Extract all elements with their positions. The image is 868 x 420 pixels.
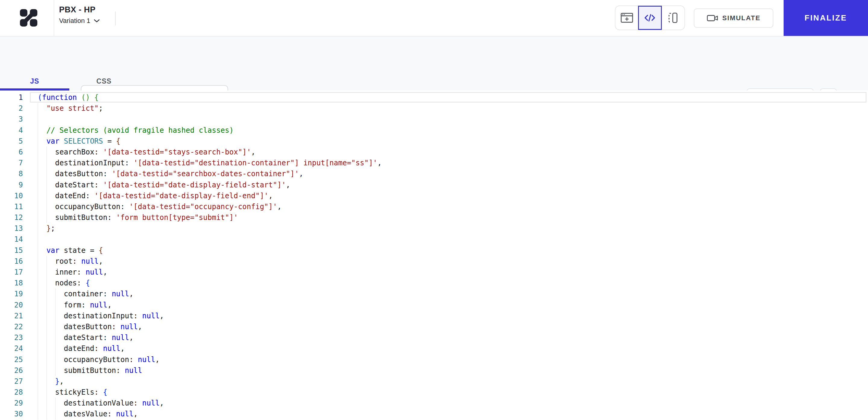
window-preview-button[interactable]	[615, 6, 638, 30]
header-divider-small	[115, 11, 116, 25]
top-bar: PBX - HP Variation 1	[0, 0, 868, 36]
line-number: 28	[0, 387, 30, 398]
code-line[interactable]: 4// Selectors (avoid fragile hashed clas…	[0, 125, 868, 136]
code-editor[interactable]: 1(function () {2"use strict";34// Select…	[0, 90, 868, 420]
tab-js[interactable]: JS	[0, 72, 69, 90]
code-line[interactable]: 14	[0, 234, 868, 245]
code-line[interactable]: 26submitButton: null	[0, 365, 868, 376]
finalize-button[interactable]: FINALIZE	[784, 0, 868, 36]
indent-guide	[38, 343, 46, 354]
code-line-text: datesButton: null,	[30, 321, 868, 332]
indent-guide	[38, 147, 46, 158]
line-number: 4	[0, 125, 30, 136]
view-mode-switcher	[615, 5, 685, 30]
code-line-text: "use strict";	[30, 103, 868, 114]
indent-guide	[38, 212, 46, 223]
code-line[interactable]: 10dateEnd: '[data-testid="date-display-f…	[0, 190, 868, 201]
variation-selector[interactable]: Variation 1	[59, 17, 100, 25]
indent-guide	[38, 409, 46, 419]
line-number: 17	[0, 267, 30, 278]
line-number: 21	[0, 310, 30, 321]
code-line[interactable]: 23dateStart: null,	[0, 332, 868, 343]
code-line[interactable]: 6searchBox: '[data-testid="stays-search-…	[0, 147, 868, 158]
code-line[interactable]: 5var SELECTORS = {	[0, 136, 868, 147]
video-camera-icon	[707, 14, 718, 22]
indent-guide	[46, 387, 55, 398]
line-number: 22	[0, 321, 30, 332]
code-line[interactable]: 27},	[0, 376, 868, 387]
indent-guide	[38, 300, 46, 310]
line-number: 16	[0, 256, 30, 267]
line-number: 10	[0, 190, 30, 201]
code-line[interactable]: 12submitButton: 'form button[type="submi…	[0, 212, 868, 223]
code-line[interactable]: 22datesButton: null,	[0, 321, 868, 332]
code-line[interactable]: 30datesValue: null,	[0, 409, 868, 419]
indent-guide	[46, 332, 55, 343]
indent-guide	[55, 365, 64, 376]
code-line[interactable]: 1(function () {	[0, 92, 868, 103]
app-logo[interactable]	[17, 6, 40, 30]
line-number: 12	[0, 212, 30, 223]
code-line-text: dateStart: '[data-testid="date-display-f…	[30, 179, 868, 190]
indent-guide	[38, 125, 46, 136]
code-line[interactable]: 9dateStart: '[data-testid="date-display-…	[0, 179, 868, 190]
code-view-button[interactable]	[638, 6, 661, 30]
indent-guide	[38, 158, 46, 168]
code-line[interactable]: 3	[0, 114, 868, 124]
code-line[interactable]: 20form: null,	[0, 300, 868, 310]
indent-guide	[55, 321, 64, 332]
code-lines: 1(function () {2"use strict";34// Select…	[0, 92, 868, 420]
code-line-text: occupancyButton: null,	[30, 354, 868, 365]
indent-guide	[38, 190, 46, 201]
line-number: 9	[0, 179, 30, 190]
code-line[interactable]: 21destinationInput: null,	[0, 310, 868, 321]
code-line[interactable]: 7destinationInput: '[data-testid="destin…	[0, 158, 868, 168]
code-line[interactable]: 16root: null,	[0, 256, 868, 267]
indent-guide	[46, 147, 55, 158]
indent-guide	[38, 201, 46, 212]
header-divider	[54, 0, 54, 36]
indent-guide	[46, 343, 55, 354]
code-line[interactable]: 24dateEnd: null,	[0, 343, 868, 354]
code-line[interactable]: 15var state = {	[0, 245, 868, 256]
line-number: 1	[0, 92, 30, 103]
indent-guide	[38, 234, 46, 245]
indent-guide	[46, 168, 55, 179]
line-number: 11	[0, 201, 30, 212]
indent-guide	[38, 114, 46, 124]
line-number: 26	[0, 365, 30, 376]
window-preview-icon	[620, 11, 634, 25]
code-line-text: submitButton: null	[30, 365, 868, 376]
code-line[interactable]: 13};	[0, 223, 868, 234]
code-line[interactable]: 19container: null,	[0, 288, 868, 299]
code-line-text: datesValue: null,	[30, 409, 868, 419]
indent-guide	[38, 321, 46, 332]
simulate-label: SIMULATE	[722, 14, 761, 22]
tab-css[interactable]: CSS	[69, 72, 138, 90]
code-line[interactable]: 2"use strict";	[0, 103, 868, 114]
indent-guide	[38, 267, 46, 278]
simulate-button[interactable]: SIMULATE	[694, 8, 773, 28]
indent-guide	[55, 332, 64, 343]
code-line-text	[30, 114, 868, 124]
code-line[interactable]: 28stickyEls: {	[0, 387, 868, 398]
code-line[interactable]: 25occupancyButton: null,	[0, 354, 868, 365]
code-line-text: nodes: {	[30, 278, 868, 288]
line-number: 13	[0, 223, 30, 234]
code-line[interactable]: 17inner: null,	[0, 267, 868, 278]
indent-guide	[55, 409, 64, 419]
indent-guide	[46, 365, 55, 376]
code-line[interactable]: 11occupancyButton: '[data-testid="occupa…	[0, 201, 868, 212]
indent-guide	[38, 223, 46, 234]
panel-view-button[interactable]	[661, 6, 684, 30]
indent-guide	[46, 158, 55, 168]
indent-guide	[38, 168, 46, 179]
code-line[interactable]: 8datesButton: '[data-testid="searchbox-d…	[0, 168, 868, 179]
code-line-text: dateEnd: '[data-testid="date-display-fie…	[30, 190, 868, 201]
code-line[interactable]: 29destinationValue: null,	[0, 398, 868, 409]
indent-guide	[46, 256, 55, 267]
indent-guide	[38, 354, 46, 365]
code-line[interactable]: 18nodes: {	[0, 278, 868, 288]
line-number: 18	[0, 278, 30, 288]
code-line-text: form: null,	[30, 300, 868, 310]
